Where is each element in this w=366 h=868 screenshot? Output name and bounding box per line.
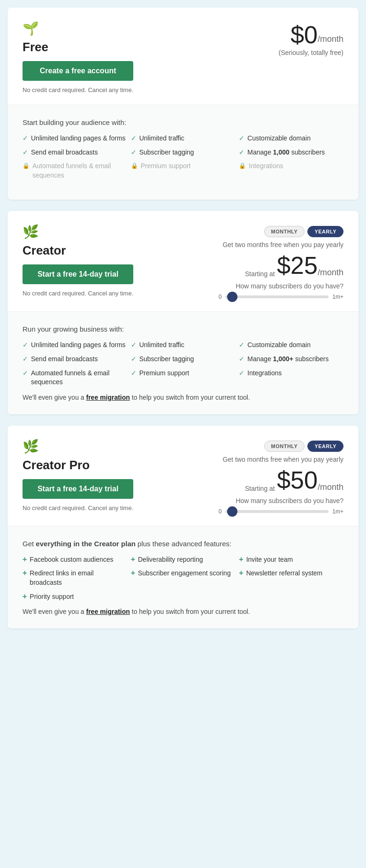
check-icon: ✓ bbox=[131, 341, 137, 349]
check-icon: ✓ bbox=[239, 341, 244, 349]
creator-pro-features-intro: Get everything in the Creator plan plus … bbox=[23, 540, 343, 548]
feature-label: Send email broadcasts bbox=[31, 355, 98, 364]
creator-pro-subscribers-row: How many subscribers do you have? 0 1m+ bbox=[219, 497, 343, 515]
check-icon: ✓ bbox=[239, 355, 244, 363]
creator-pro-cta-button[interactable]: Start a free 14-day trial bbox=[23, 479, 133, 499]
feature-label: Newsletter referral system bbox=[246, 569, 323, 578]
list-item: ✓ Integrations bbox=[239, 369, 343, 387]
creator-pro-slider-track[interactable] bbox=[225, 510, 328, 513]
check-icon: ✓ bbox=[23, 148, 28, 156]
free-features-section: Start building your audience with: ✓ Unl… bbox=[8, 105, 358, 200]
feature-label: Automated funnels & email sequences bbox=[31, 369, 127, 387]
free-no-cc: No credit card required. Cancel any time… bbox=[23, 86, 133, 93]
list-item: ✓ Subscriber tagging bbox=[131, 148, 236, 157]
check-icon: ✓ bbox=[239, 369, 244, 377]
free-price-note: (Seriously, totally free) bbox=[279, 49, 343, 56]
list-item: ✓ Customizable domain bbox=[239, 341, 343, 350]
creator-pro-plan-icon: 🌿 bbox=[23, 439, 133, 454]
creator-pro-plan-right: MONTHLY YEARLY Get two months free when … bbox=[219, 439, 343, 515]
creator-pro-slider-min: 0 bbox=[219, 508, 222, 515]
list-item: + Newsletter referral system bbox=[239, 569, 343, 587]
list-item: ✓ Unlimited traffic bbox=[131, 134, 236, 143]
creator-price-block: Starting at $25 /month bbox=[219, 253, 343, 278]
creator-pro-free-migration-link: free migration bbox=[86, 608, 130, 615]
list-item: 🔒 Automated funnels & email sequences bbox=[23, 162, 127, 180]
creator-monthly-toggle[interactable]: MONTHLY bbox=[264, 226, 305, 237]
list-item: 🔒 Premium support bbox=[131, 162, 236, 180]
creator-cta-button[interactable]: Start a free 14-day trial bbox=[23, 264, 133, 284]
check-icon: ✓ bbox=[23, 341, 28, 349]
free-features-intro: Start building your audience with: bbox=[23, 118, 343, 126]
check-icon: ✓ bbox=[239, 134, 244, 142]
creator-pro-yearly-toggle[interactable]: YEARLY bbox=[307, 441, 343, 452]
creator-features-grid: ✓ Unlimited landing pages & forms ✓ Unli… bbox=[23, 341, 343, 387]
plus-icon: + bbox=[131, 569, 135, 577]
list-item: ✓ Send email broadcasts bbox=[23, 148, 127, 157]
feature-label: Facebook custom audiences bbox=[30, 555, 113, 565]
creator-plan-name: Creator bbox=[23, 243, 133, 258]
creator-plan-header: 🌿 Creator Start a free 14-day trial No c… bbox=[8, 211, 358, 311]
creator-pro-plan-left: 🌿 Creator Pro Start a free 14-day trial … bbox=[23, 439, 133, 512]
free-plan-right: $0 /month (Seriously, totally free) bbox=[279, 21, 343, 56]
creator-pro-starting-at: Starting at bbox=[245, 485, 275, 492]
creator-price-large: $25 bbox=[277, 253, 318, 278]
list-item: + Facebook custom audiences bbox=[23, 555, 127, 565]
creator-slider-thumb[interactable] bbox=[227, 292, 237, 302]
list-item: ✓ Subscriber tagging bbox=[131, 355, 236, 364]
free-plan-name: Free bbox=[23, 40, 133, 54]
creator-plan-icon: 🌿 bbox=[23, 224, 133, 240]
creator-pro-price-block: Starting at $50 /month bbox=[219, 468, 343, 492]
creator-pro-migration-note: We'll even give you a free migration to … bbox=[23, 608, 343, 615]
creator-subscribers-row: How many subscribers do you have? 0 1m+ bbox=[219, 282, 343, 300]
creator-pro-subscribers-label: How many subscribers do you have? bbox=[219, 497, 343, 504]
free-plan-header: 🌱 Free Create a free account No credit c… bbox=[8, 8, 358, 105]
free-price-dollar: $0 bbox=[290, 23, 318, 47]
feature-label: Priority support bbox=[30, 592, 74, 602]
creator-pro-plan-card: 🌿 Creator Pro Start a free 14-day trial … bbox=[8, 426, 358, 628]
creator-pro-slider-thumb[interactable] bbox=[227, 506, 237, 517]
check-icon: ✓ bbox=[23, 134, 28, 142]
list-item: ✓ Customizable domain bbox=[239, 134, 343, 143]
creator-price-month: /month bbox=[318, 268, 343, 278]
creator-yearly-toggle[interactable]: YEARLY bbox=[307, 226, 343, 237]
list-item: ✓ Manage 1,000 subscribers bbox=[239, 148, 343, 157]
list-item: + Invite your team bbox=[239, 555, 343, 565]
creator-toggle-row: MONTHLY YEARLY bbox=[219, 226, 343, 237]
list-item: ✓ Automated funnels & email sequences bbox=[23, 369, 127, 387]
list-item: ✓ Unlimited landing pages & forms bbox=[23, 134, 127, 143]
creator-pro-slider-container: 0 1m+ bbox=[219, 508, 343, 515]
feature-label: Premium support bbox=[141, 162, 191, 171]
plus-icon: + bbox=[131, 555, 135, 564]
free-cta-button[interactable]: Create a free account bbox=[23, 61, 133, 81]
lock-icon: 🔒 bbox=[23, 163, 30, 169]
free-price-block: $0 /month bbox=[279, 23, 343, 47]
creator-slider-min: 0 bbox=[219, 294, 222, 300]
plus-icon: + bbox=[23, 555, 27, 564]
creator-features-intro: Run your growing business with: bbox=[23, 325, 343, 333]
lock-icon: 🔒 bbox=[131, 163, 138, 169]
feature-label: Unlimited landing pages & forms bbox=[31, 134, 126, 143]
creator-pro-features-section: Get everything in the Creator plan plus … bbox=[8, 526, 358, 628]
creator-pro-toggle-note: Get two months free when you pay yearly bbox=[219, 456, 343, 463]
creator-pro-toggle-row: MONTHLY YEARLY bbox=[219, 441, 343, 452]
check-icon: ✓ bbox=[23, 355, 28, 363]
list-item: ✓ Premium support bbox=[131, 369, 236, 387]
feature-label: Customizable domain bbox=[247, 134, 311, 143]
creator-pro-slider-max: 1m+ bbox=[332, 508, 343, 515]
creator-pro-price-wrapper: Starting at $50 /month How many subscrib… bbox=[219, 468, 343, 515]
creator-plan-right: MONTHLY YEARLY Get two months free when … bbox=[219, 224, 343, 300]
free-plan-icon: 🌱 bbox=[23, 21, 133, 36]
plus-icon: + bbox=[23, 592, 27, 601]
feature-label: Integrations bbox=[247, 369, 282, 378]
free-plan-left: 🌱 Free Create a free account No credit c… bbox=[23, 21, 133, 93]
creator-pro-no-cc: No credit card required. Cancel any time… bbox=[23, 504, 133, 512]
list-item: + Deliverability reporting bbox=[131, 555, 236, 565]
feature-label: Premium support bbox=[139, 369, 190, 378]
check-icon: ✓ bbox=[131, 369, 137, 377]
list-item: + Priority support bbox=[23, 592, 127, 602]
feature-label: Customizable domain bbox=[247, 341, 311, 350]
creator-slider-track[interactable] bbox=[225, 295, 328, 298]
creator-toggle-note: Get two months free when you pay yearly bbox=[219, 241, 343, 248]
check-icon: ✓ bbox=[131, 148, 137, 156]
creator-pro-monthly-toggle[interactable]: MONTHLY bbox=[264, 441, 305, 452]
